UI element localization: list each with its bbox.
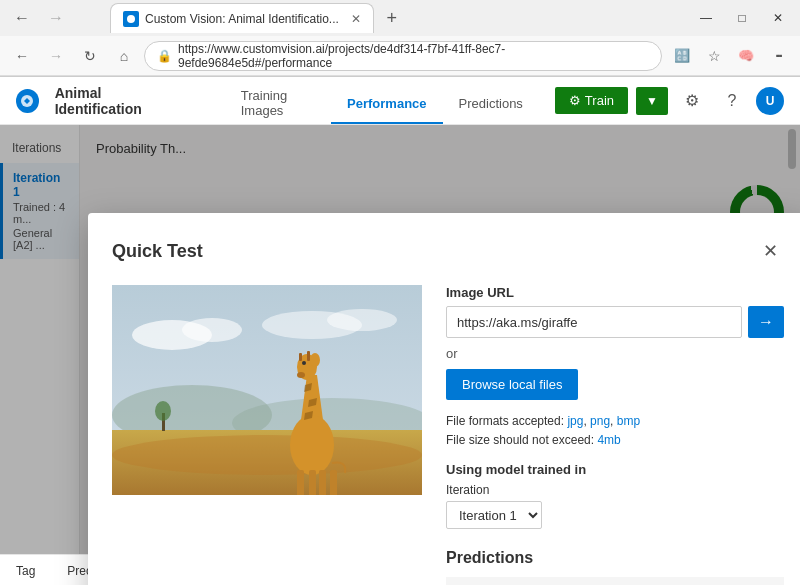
- modal-body: Image URL → or Browse local files File f…: [112, 285, 784, 585]
- extensions-icon[interactable]: 🧠: [732, 42, 760, 70]
- win-controls: — □ ✕: [692, 8, 792, 28]
- train-dropdown-btn[interactable]: ▼: [636, 87, 668, 115]
- settings-icon[interactable]: ⚙: [676, 85, 708, 117]
- svg-point-20: [302, 361, 306, 365]
- table-header-probability: Probability: [597, 577, 784, 585]
- svg-point-14: [290, 415, 334, 475]
- using-model-label: Using model trained in: [446, 462, 784, 477]
- address-bar[interactable]: 🔒 https://www.customvision.ai/projects/d…: [144, 41, 662, 71]
- or-text: or: [446, 346, 784, 361]
- app-logo: [16, 89, 39, 113]
- tab-training-images[interactable]: Training Images: [225, 84, 331, 124]
- url-input-row: →: [446, 306, 784, 338]
- png-link[interactable]: png: [590, 414, 610, 428]
- svg-rect-22: [307, 351, 310, 361]
- svg-rect-26: [319, 470, 326, 495]
- image-url-input[interactable]: [446, 306, 742, 338]
- svg-point-19: [310, 353, 320, 367]
- svg-point-23: [297, 372, 305, 378]
- table-header-row: Tag Probability: [446, 577, 784, 585]
- train-dropdown-icon: ▼: [646, 94, 658, 108]
- svg-point-10: [112, 435, 422, 475]
- predictions-section: Predictions Tag Probability giraffe95.9%…: [446, 549, 784, 585]
- modal-right-panel: Image URL → or Browse local files File f…: [446, 285, 784, 585]
- file-size-link[interactable]: 4mb: [597, 433, 620, 447]
- url-go-btn[interactable]: →: [748, 306, 784, 338]
- image-url-label: Image URL: [446, 285, 784, 300]
- win-close-btn[interactable]: ✕: [764, 8, 792, 28]
- svg-point-12: [155, 401, 171, 421]
- new-tab-btn[interactable]: +: [378, 4, 406, 32]
- read-aloud-icon[interactable]: 🔠: [668, 42, 696, 70]
- modal-close-btn[interactable]: ✕: [756, 237, 784, 265]
- browse-local-files-btn[interactable]: Browse local files: [446, 369, 578, 400]
- nav-tabs: Training Images Performance Predictions: [225, 77, 539, 124]
- quick-test-modal: Quick Test ✕: [88, 213, 800, 585]
- browser-chrome: ← → Custom Vision: Animal Identificatio.…: [0, 0, 800, 77]
- file-formats-prefix: File formats accepted:: [446, 414, 567, 428]
- main-area: Iterations Iteration 1 Trained : 4 m... …: [0, 125, 800, 554]
- tab-title: Custom Vision: Animal Identificatio...: [145, 12, 339, 26]
- toolbar-actions: 🔠 ☆ 🧠 ···: [668, 42, 792, 70]
- iteration-select[interactable]: Iteration 1: [446, 501, 542, 529]
- browser-back[interactable]: ←: [8, 4, 36, 32]
- train-button[interactable]: ⚙ Train: [555, 87, 628, 114]
- tab-predictions[interactable]: Predictions: [443, 84, 539, 124]
- svg-rect-24: [297, 470, 304, 495]
- refresh-btn[interactable]: ↻: [76, 42, 104, 70]
- user-avatar[interactable]: U: [756, 87, 784, 115]
- status-tag-label: Tag: [16, 564, 35, 578]
- tab-favicon: [123, 11, 139, 27]
- go-arrow-icon: →: [758, 313, 774, 331]
- bmp-link[interactable]: bmp: [617, 414, 640, 428]
- app-header: Animal Identification Training Images Pe…: [0, 77, 800, 125]
- modal-header: Quick Test ✕: [112, 237, 784, 265]
- jpg-link[interactable]: jpg: [567, 414, 583, 428]
- file-info: File formats accepted: jpg, png, bmp Fil…: [446, 412, 784, 450]
- header-actions: ⚙ Train ▼ ⚙ ? U: [555, 85, 784, 117]
- predictions-title: Predictions: [446, 549, 784, 567]
- iteration-field-label: Iteration: [446, 483, 784, 497]
- favorites-icon[interactable]: ☆: [700, 42, 728, 70]
- table-header-tag: Tag: [446, 577, 597, 585]
- train-btn-icon: ⚙: [569, 93, 581, 108]
- svg-point-0: [127, 15, 135, 23]
- svg-point-6: [182, 318, 242, 342]
- svg-point-8: [327, 309, 397, 331]
- forward-btn[interactable]: →: [42, 42, 70, 70]
- lock-icon: 🔒: [157, 49, 172, 63]
- browser-forward[interactable]: →: [42, 4, 70, 32]
- status-tag-col: Tag: [16, 564, 35, 578]
- more-icon[interactable]: ···: [764, 42, 792, 70]
- tab-performance[interactable]: Performance: [331, 84, 442, 124]
- browser-toolbar: ← → ↻ ⌂ 🔒 https://www.customvision.ai/pr…: [0, 36, 800, 76]
- help-icon[interactable]: ?: [716, 85, 748, 117]
- browser-titlebar: ← → Custom Vision: Animal Identificatio.…: [0, 0, 800, 36]
- modal-title: Quick Test: [112, 241, 203, 262]
- url-text: https://www.customvision.ai/projects/de4…: [178, 42, 649, 70]
- win-maximize-btn[interactable]: □: [728, 8, 756, 28]
- tab-close-btn[interactable]: ✕: [351, 12, 361, 26]
- test-image: [112, 285, 422, 495]
- back-btn[interactable]: ←: [8, 42, 36, 70]
- app-title: Animal Identification: [55, 85, 185, 117]
- svg-rect-21: [299, 353, 302, 361]
- browser-tab[interactable]: Custom Vision: Animal Identificatio... ✕: [110, 3, 374, 33]
- file-size-prefix: File size should not exceed:: [446, 433, 597, 447]
- win-minimize-btn[interactable]: —: [692, 8, 720, 28]
- svg-rect-25: [309, 470, 316, 495]
- giraffe-scene-svg: [112, 285, 422, 495]
- svg-rect-27: [330, 470, 337, 495]
- home-btn[interactable]: ⌂: [110, 42, 138, 70]
- predictions-table: Tag Probability giraffe95.9%elephant2.9%…: [446, 577, 784, 585]
